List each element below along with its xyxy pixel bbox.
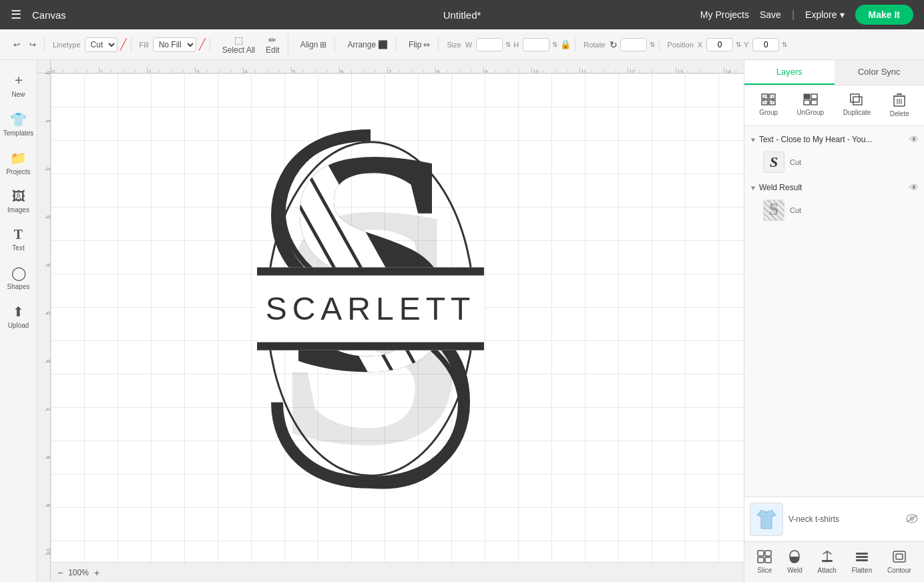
main-layout: ＋ New 👕 Templates 📁 Projects 🖼 Images T … — [0, 60, 924, 582]
svg-text:S: S — [769, 200, 778, 219]
design-svg: S S — [237, 122, 504, 496]
zoom-in-button[interactable]: + — [94, 567, 99, 578]
svg-rect-37 — [758, 557, 764, 563]
svg-rect-43 — [893, 551, 905, 562]
redo-button[interactable]: ↪ — [25, 37, 40, 52]
templates-label: Templates — [3, 129, 34, 137]
select-all-button[interactable]: ⬚ Select All — [218, 33, 259, 56]
tab-layers[interactable]: Layers — [744, 60, 835, 85]
sidebar-item-shapes[interactable]: ◯ Shapes — [2, 260, 35, 296]
edit-icon: ✏ — [268, 35, 276, 45]
layer-thumb-weld: S — [763, 200, 784, 221]
my-projects-link[interactable]: My Projects — [700, 9, 749, 20]
preview-eye-slash-icon[interactable] — [905, 514, 919, 525]
zoom-out-button[interactable]: − — [57, 567, 63, 578]
arrange-group: Arrange ⬛ — [339, 37, 397, 52]
design-container[interactable]: S S — [237, 122, 504, 499]
rotate-input[interactable] — [620, 38, 647, 51]
sidebar-item-templates[interactable]: 👕 Templates — [2, 106, 35, 142]
explore-label: Explore — [805, 9, 837, 20]
text-icon: T — [14, 227, 23, 242]
align-button[interactable]: Align ⊞ — [296, 37, 331, 52]
layer-group-text-header[interactable]: ▼ Text - Close to My Heart - You... 👁 — [744, 131, 924, 148]
undo-button[interactable]: ↩ — [9, 37, 24, 52]
sidebar-item-new[interactable]: ＋ New — [2, 65, 35, 103]
sidebar-item-text[interactable]: T Text — [2, 222, 35, 257]
layer-group-weld-name: Weld Result — [759, 183, 907, 192]
layer-eye-icon-weld[interactable]: 👁 — [909, 182, 919, 193]
vertical-ruler: 012345678910 — [37, 73, 51, 582]
x-input[interactable] — [706, 38, 733, 51]
layer-item-weld[interactable]: S Cut — [744, 196, 924, 225]
y-arrows: ⇅ — [782, 41, 787, 48]
explore-chevron-icon: ▾ — [840, 9, 845, 20]
layer-item-s-text[interactable]: S Cut — [744, 148, 924, 177]
contour-label: Contour — [887, 567, 911, 574]
tab-color-sync[interactable]: Color Sync — [835, 60, 925, 85]
arrange-button[interactable]: Arrange ⬛ — [343, 37, 392, 52]
attach-button[interactable]: Attach — [813, 547, 842, 577]
flip-group: Flip ⇔ — [401, 37, 439, 52]
sidebar-item-images[interactable]: 🖼 Images — [2, 184, 35, 219]
undo-redo-group: ↩ ↪ — [5, 37, 45, 52]
flip-icon: ⇔ — [423, 40, 430, 49]
slice-button[interactable]: Slice — [752, 547, 777, 577]
lock-icon[interactable]: 🔒 — [560, 39, 571, 49]
linetype-select[interactable]: Cut — [85, 37, 118, 52]
fill-group: Fill No Fill ╱ — [136, 37, 210, 52]
select-all-label: Select All — [222, 45, 255, 55]
projects-icon: 📁 — [10, 150, 27, 166]
weld-button[interactable]: Weld — [782, 547, 808, 577]
size-arrows-h: ⇅ — [552, 41, 557, 48]
edit-button[interactable]: ✏ Edit — [262, 33, 284, 56]
flatten-icon — [855, 550, 869, 565]
size-arrows-w: ⇅ — [505, 41, 511, 48]
upload-icon: ⬆ — [13, 304, 24, 320]
layer-actions: Group UnGroup — [744, 85, 924, 126]
align-icon: ⊞ — [320, 40, 326, 49]
ungroup-button[interactable]: UnGroup — [792, 91, 830, 120]
svg-rect-18 — [804, 94, 810, 99]
slice-icon — [757, 550, 772, 565]
sidebar-item-projects[interactable]: 📁 Projects — [2, 145, 35, 181]
duplicate-icon — [850, 93, 863, 107]
position-group: Position X ⇅ Y ⇅ — [664, 38, 792, 51]
layer-eye-icon[interactable]: 👁 — [909, 134, 919, 145]
shapes-label: Shapes — [7, 283, 30, 290]
sidebar-item-upload[interactable]: ⬆ Upload — [2, 298, 35, 334]
canvas-area[interactable]: 01234567891011121314 012345678910 S — [37, 60, 744, 582]
attach-icon — [820, 550, 835, 565]
flatten-button[interactable]: Flatten — [847, 547, 878, 577]
h-label: H — [513, 41, 519, 49]
save-link[interactable]: Save — [760, 9, 781, 20]
select-all-icon: ⬚ — [234, 35, 243, 45]
contour-button[interactable]: Contour — [882, 547, 917, 577]
height-input[interactable] — [523, 38, 549, 51]
size-label: Size — [447, 41, 461, 49]
horizontal-ruler: 01234567891011121314 — [51, 60, 744, 73]
canvas-white[interactable]: S S — [51, 73, 744, 562]
delete-button[interactable]: Delete — [885, 91, 915, 120]
linetype-color-swatch: ╱ — [120, 38, 127, 51]
flip-button[interactable]: Flip ⇔ — [405, 37, 434, 52]
svg-rect-35 — [758, 551, 764, 556]
top-navigation: ☰ Canvas Untitled* My Projects Save | Ex… — [0, 0, 924, 29]
make-it-button[interactable]: Make It — [855, 5, 913, 25]
ungroup-icon — [803, 93, 818, 107]
explore-button[interactable]: Explore ▾ — [805, 9, 844, 20]
group-button[interactable]: Group — [754, 91, 783, 120]
y-input[interactable] — [752, 38, 779, 51]
width-input[interactable] — [476, 38, 503, 51]
hamburger-menu-icon[interactable]: ☰ — [11, 7, 21, 22]
layer-group-weld-header[interactable]: ▼ Weld Result 👁 — [744, 180, 924, 196]
fill-label: Fill — [140, 41, 149, 49]
templates-icon: 👕 — [10, 111, 27, 127]
group-icon — [761, 93, 776, 107]
duplicate-button[interactable]: Duplicate — [838, 91, 877, 120]
y-label: Y — [744, 41, 748, 49]
zoom-level: 100% — [68, 568, 89, 577]
rotate-group: Rotate ↻ ⇅ — [580, 38, 659, 51]
x-label: X — [698, 41, 702, 49]
fill-select[interactable]: No Fill — [153, 37, 196, 52]
weld-label: Weld — [787, 567, 802, 574]
